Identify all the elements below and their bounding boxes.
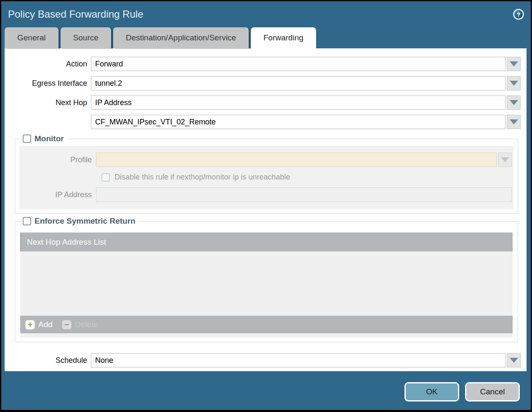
next-hop-address-row: CF_MWAN_IPsec_VTI_02_Remote bbox=[5, 115, 527, 129]
next-hop-address-list-header: Next Hop Address List bbox=[20, 232, 513, 251]
monitor-ip-address-row: IP Address bbox=[19, 188, 513, 202]
egress-interface-label: Egress Interface bbox=[5, 79, 91, 88]
dialog-footer: OK Cancel bbox=[1, 371, 531, 401]
dialog-titlebar: Policy Based Forwarding Rule ? bbox=[1, 1, 531, 27]
chevron-down-icon bbox=[510, 100, 518, 105]
schedule-label: Schedule bbox=[5, 356, 91, 365]
schedule-dropdown-button[interactable] bbox=[507, 353, 521, 367]
next-hop-row: Next Hop IP Address bbox=[5, 95, 527, 110]
monitor-ip-address-input bbox=[96, 188, 512, 202]
cancel-button[interactable]: Cancel bbox=[465, 382, 520, 401]
ok-button[interactable]: OK bbox=[404, 382, 459, 401]
chevron-down-icon bbox=[510, 358, 518, 363]
next-hop-address-select[interactable]: CF_MWAN_IPsec_VTI_02_Remote bbox=[91, 115, 505, 129]
disable-rule-row: Disable this rule if nexthop/monitor ip … bbox=[19, 173, 513, 182]
table-bottom-strip bbox=[20, 333, 513, 338]
egress-interface-dropdown-button[interactable] bbox=[507, 76, 521, 90]
delete-icon: − bbox=[62, 320, 72, 330]
add-icon: + bbox=[25, 320, 35, 330]
profile-row: Profile bbox=[19, 153, 513, 167]
policy-based-forwarding-rule-dialog: Policy Based Forwarding Rule ? General S… bbox=[0, 0, 532, 412]
disable-rule-checkbox bbox=[101, 173, 110, 182]
help-icon[interactable]: ? bbox=[513, 9, 524, 20]
chevron-down-icon bbox=[510, 119, 518, 124]
tab-bar: General Source Destination/Application/S… bbox=[1, 27, 531, 48]
delete-button-label: Delete bbox=[75, 320, 98, 329]
disable-rule-check-wrap: Disable this rule if nexthop/monitor ip … bbox=[101, 173, 290, 182]
next-hop-label: Next Hop bbox=[5, 98, 91, 107]
next-hop-address-list-toolbar: + Add − Delete bbox=[20, 316, 513, 333]
tab-forwarding[interactable]: Forwarding bbox=[251, 27, 316, 48]
next-hop-select[interactable]: IP Address bbox=[91, 95, 505, 110]
monitor-legend: Monitor bbox=[22, 134, 67, 143]
enforce-symmetric-return-label: Enforce Symmetric Return bbox=[35, 217, 136, 226]
profile-dropdown-button bbox=[498, 153, 512, 167]
next-hop-dropdown-button[interactable] bbox=[507, 95, 521, 110]
next-hop-address-list-body bbox=[20, 251, 513, 316]
action-row: Action Forward bbox=[5, 57, 527, 71]
action-label: Action bbox=[5, 60, 91, 69]
monitor-group: Monitor Profile Disable this rule if nex… bbox=[15, 134, 518, 214]
tab-destination-application-service[interactable]: Destination/Application/Service bbox=[113, 27, 249, 48]
profile-label: Profile bbox=[19, 156, 96, 164]
monitor-label: Monitor bbox=[35, 134, 64, 143]
enforce-symmetric-return-checkbox[interactable] bbox=[23, 217, 31, 225]
chevron-down-icon bbox=[501, 157, 509, 162]
schedule-row: Schedule None bbox=[5, 353, 527, 367]
egress-interface-row: Egress Interface tunnel.2 bbox=[5, 76, 527, 90]
monitor-panel: Profile Disable this rule if nexthop/mon… bbox=[19, 146, 513, 209]
egress-interface-select[interactable]: tunnel.2 bbox=[91, 76, 505, 90]
add-button-label: Add bbox=[38, 320, 53, 329]
profile-select bbox=[96, 153, 497, 167]
next-hop-address-list-table: Next Hop Address List + Add − Delete bbox=[20, 232, 513, 338]
chevron-down-icon bbox=[510, 61, 518, 66]
action-select[interactable]: Forward bbox=[91, 57, 505, 71]
dialog-title: Policy Based Forwarding Rule bbox=[8, 8, 143, 20]
action-dropdown-button[interactable] bbox=[507, 57, 521, 71]
chevron-down-icon bbox=[510, 81, 518, 86]
delete-button: − Delete bbox=[62, 320, 98, 330]
monitor-ip-address-label: IP Address bbox=[19, 190, 96, 199]
monitor-checkbox[interactable] bbox=[23, 135, 31, 143]
forwarding-tab-panel: Action Forward Egress Interface tunnel.2… bbox=[5, 48, 527, 371]
enforce-symmetric-return-legend: Enforce Symmetric Return bbox=[22, 217, 139, 226]
add-button[interactable]: + Add bbox=[25, 320, 53, 330]
disable-rule-label: Disable this rule if nexthop/monitor ip … bbox=[114, 173, 290, 182]
tab-source[interactable]: Source bbox=[61, 27, 111, 48]
schedule-select[interactable]: None bbox=[91, 353, 505, 367]
enforce-symmetric-return-group: Enforce Symmetric Return Next Hop Addres… bbox=[15, 217, 518, 342]
next-hop-address-dropdown-button[interactable] bbox=[507, 115, 521, 129]
tab-general[interactable]: General bbox=[5, 27, 59, 48]
